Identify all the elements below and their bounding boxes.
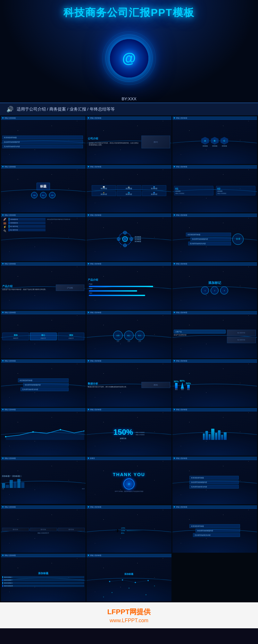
list-item: 本页请您填写标题 [2,136,83,139]
footer-url: www.LFPPT.com [110,618,148,623]
hero-section: 科技商务公司汇报PPT模板 @ BY:XXX [0,0,258,103]
slide-3[interactable]: 请输入您的标题 A 添加标题 B 添加标题 C 添加标题 [172,116,257,164]
svg-text:1: 1 [125,238,126,240]
slide-18[interactable]: 请输入您的标题 30% 类别 80% 类别 50% 类别 [172,359,257,407]
slide-9[interactable]: 请输入您的标题 本页请您填写标题 你在填写你的标题内容 无关填写你的有关内容 目… [172,213,257,261]
slide-6[interactable]: 请输入您的标题 01 添加标题 请输入内容描述 02 添加标题 请输入内容描述 [172,165,257,213]
hero-orb: @ [110,39,148,78]
speaker-icon: 🔊 [6,106,13,113]
slide-29[interactable]: 请输入您的标题 添加标题 [87,554,171,601]
slide-24[interactable]: 请输入您的标题 本页请您填写标题 你在填写你的标题内容 无关填写你的有关内容 [172,457,257,504]
slide-2[interactable]: 请输入您的标题 公司介绍 这里是公司介绍的文字内容，讲述公司的背景和发展历程，以… [87,116,171,164]
slide-28[interactable]: 请输入您的标题 添加标题 添加内容项目一 添加内容项目二 添加内容项目三 添加内… [1,554,86,601]
slide-26[interactable]: 请输入您的标题 ✈ 125% 110% 95% [87,505,171,553]
slide-1[interactable]: 请输入您的标题 本页请您填写标题 你在填写你的标题内容 无关填写你的有关内容 [1,116,86,164]
svg-line-21 [122,580,135,582]
slide-27[interactable]: 请输入您的标题 本页请您填写标题 你在填写你的标题内容 无关填写你的有关内容 [172,505,257,553]
footer-brand: LFPPT网提供 [107,607,151,617]
slide-25[interactable]: 请输入您的标题 图片区域 图片区域 图片区域 请输入内容说明文字 [1,505,86,553]
thankyou-text: THANK YOU [113,472,145,477]
slide-10[interactable]: 请输入您的标题 产品介绍 这里是产品介绍的详细内容，描述产品的主要功能特点和优势… [1,262,86,310]
svg-point-12 [5,436,6,437]
slide-5[interactable]: 请输入您的标题 📊添加标题 💻添加标题 🔷添加标题 ⚡添加内容 🌐添加内容 🔵添… [87,165,171,213]
at-symbol: @ [122,50,136,66]
slide-13[interactable]: 请输入您的标题 添加 内容文字 核心 内容文字 添加 内容文字 [1,311,86,359]
thumbnail-grid: 请输入您的标题 本页请您填写标题 你在填写你的标题内容 无关填写你的有关内容 请… [0,115,258,602]
slide-15[interactable]: 请输入您的标题 主要产品 添加产品说明内容 输入相关内容 输入相关内容 [172,311,257,359]
slide-17[interactable]: 请输入您的标题 数据分析 数据分析内容文字说明，展示关键数据指标和趋势分析。 [… [87,359,171,407]
slide-23[interactable]: 谢幕页 THANK YOU @ 本PPT为XX板，指定填写您的公司信息及有关资源 [87,457,171,504]
svg-line-20 [110,580,122,582]
footer: LFPPT网提供 www.LFPPT.com [0,602,258,628]
slide-14[interactable]: 请输入您的标题 优势 文字 核心 文字 特点 文字 [87,311,171,359]
slide-22[interactable]: 请输入您的标题 添加标题一 添加标题二 0 月 18 月 [1,457,86,504]
slide-12[interactable]: 请输入您的标题 添加标记 1 2 3 [172,262,257,310]
slide-21[interactable]: 请输入您的标题 [172,408,257,456]
slide-19[interactable]: 请输入您的标题 [1,408,86,456]
slide-16[interactable]: 请输入您的标题 本页请您填写标题 你在填写你的标题内容 无关填写你的有关内容 [1,359,86,407]
slide-7[interactable]: 请输入您的标题 🚀 💼 ⚡ 🔌 添加标题内容 添加标题内容 输入相关内容 输入相… [1,213,86,261]
slide-11[interactable]: 请输入您的标题 产品介绍 产品A 产品B 产品C [87,262,171,310]
svg-point-14 [60,429,61,430]
list-item: 无关填写你的有关内容 [2,144,83,148]
svg-point-13 [32,431,34,433]
info-bar-text: 适用于公司介绍 / 商务提案 / 业务汇报 / 年终总结等等 [17,106,115,112]
slide-4[interactable]: 请输入您的标题 标题 功能 特点 优势 [1,165,86,213]
list-item: 你在填写你的标题内容 [2,140,83,144]
hero-title: 科技商务公司汇报PPT模板 [63,6,194,20]
svg-marker-11 [6,430,85,440]
svg-line-22 [135,581,148,582]
info-bar: 🔊 适用于公司介绍 / 商务提案 / 业务汇报 / 年终总结等等 [0,103,258,115]
slide-8[interactable]: 请输入您的标题 1 2 3 4 5 添加 [87,213,171,261]
hero-hands-area: @ [0,20,258,96]
hero-byline: BY:XXX [121,96,136,101]
slide-20[interactable]: 请输入您的标题 150% 超额完成 请输入内容描述 请输入内容描述 [87,408,171,456]
